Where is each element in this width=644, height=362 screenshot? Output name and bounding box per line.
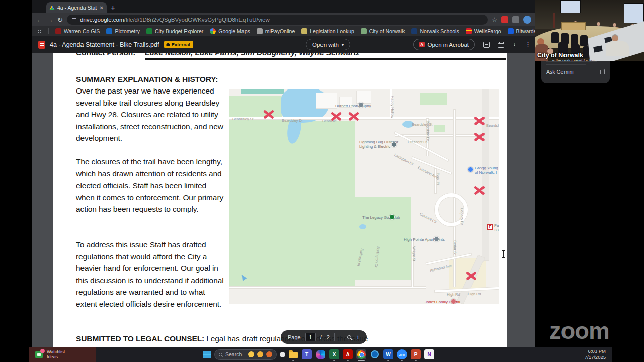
new-tab-button[interactable]: + xyxy=(111,3,115,12)
profile-avatar[interactable] xyxy=(523,16,531,24)
back-icon[interactable]: ← xyxy=(36,16,43,24)
taskbar-clock[interactable]: 6:03 PM 7/17/2025 xyxy=(573,348,606,360)
favicon xyxy=(257,28,263,34)
chevron-down-icon: ▾ xyxy=(342,42,344,47)
pinned-app-icon[interactable] xyxy=(280,352,285,357)
favicon xyxy=(106,28,112,34)
bookmark-city-of-norwalk[interactable]: City of Norwalk xyxy=(361,28,405,34)
time: 6:03 PM xyxy=(573,348,606,354)
divider xyxy=(145,58,506,60)
contact-label: Contact Person: xyxy=(76,53,135,57)
zoom-in-button[interactable]: + xyxy=(356,333,360,341)
watchlist-overlay[interactable]: Watchlist Ideas xyxy=(29,347,96,362)
acrobat-icon[interactable]: A xyxy=(343,349,353,359)
page-total: 2 xyxy=(327,334,330,340)
file-explorer-icon[interactable] xyxy=(288,349,298,359)
pdf-viewer[interactable]: Contact Person: Luke Nelson, Luke Parris… xyxy=(32,53,535,347)
bookmark-legislation-lookup[interactable]: Legislation Lookup xyxy=(301,28,354,34)
outlook-icon[interactable] xyxy=(370,349,380,359)
favicon xyxy=(210,28,216,34)
address-bar[interactable]: drive.google.com/file/d/1D8n2vQSgBVyodGW… xyxy=(67,15,488,25)
bookmark-wellsfargo[interactable]: WellsFargo xyxy=(466,28,501,34)
bike-trail-map: Beardsley St Beardsley Dr Beardsle Beard… xyxy=(229,89,499,304)
street-label: Lexington Dr xyxy=(392,150,416,170)
zoom-tool-icon[interactable] xyxy=(347,335,351,339)
projection-screen xyxy=(560,0,581,13)
ask-gemini-row[interactable]: Ask Gemini xyxy=(546,69,605,75)
apps-grid-icon[interactable] xyxy=(37,29,42,34)
date: 7/17/2025 xyxy=(573,354,606,360)
tab-title: 4a - Agenda Statement - Bike | xyxy=(57,5,97,11)
map-park xyxy=(229,121,355,288)
bookmark-star-icon[interactable]: ☆ xyxy=(492,16,497,23)
teams-icon[interactable]: T xyxy=(302,349,312,359)
pdf-file-icon xyxy=(38,41,45,49)
pdf-page: Contact Person: Luke Nelson, Luke Parris… xyxy=(53,53,507,347)
trail-closure-marker xyxy=(465,269,477,282)
windows-taskbar: Search T X A W zm P N 6:03 PM 7/17/2025 xyxy=(32,347,612,362)
copilot-icon[interactable] xyxy=(315,349,326,359)
acrobat-extension-icon[interactable] xyxy=(501,16,508,23)
poi-icon-car-dealer xyxy=(468,167,473,172)
url-path: /file/d/1D8n2vQSgBVyodGWKvsGyPgQfD8hEqTu… xyxy=(124,17,269,23)
add-comment-icon[interactable] xyxy=(483,42,490,48)
bookmark-mipayonline[interactable]: miPayOnline xyxy=(257,28,295,34)
forward-icon[interactable]: → xyxy=(47,16,53,24)
excel-icon[interactable]: X xyxy=(329,349,339,359)
zoom-watermark: zoom xyxy=(549,319,609,342)
zoom-app-icon[interactable]: zm xyxy=(397,349,407,359)
video-caption-secondary: e the main panel for the xyxy=(552,58,595,61)
browser-window: 4a - Agenda Statement - Bike | ✕ + ← → ↻… xyxy=(32,0,535,347)
download-icon[interactable]: ↓ xyxy=(512,42,517,48)
url-host: drive.google.com xyxy=(80,17,124,23)
poi-icon-apartments xyxy=(434,236,439,242)
bookmark-city-budget-explorer[interactable]: City Budget Explorer xyxy=(146,28,203,34)
chair xyxy=(571,34,578,45)
paragraph-3: To address this issue Staff has drafted … xyxy=(76,239,224,310)
chrome-icon[interactable] xyxy=(356,349,366,359)
person xyxy=(606,41,629,56)
page-label: Page xyxy=(288,334,301,340)
bookmark-google-maps[interactable]: Google Maps xyxy=(210,28,250,34)
bookmark-warren-co-gis[interactable]: Warren Co GIS xyxy=(55,28,100,34)
favicon xyxy=(466,28,472,34)
taskbar-center: Search T X A W zm P N xyxy=(203,347,434,362)
street-label: Park Pl xyxy=(432,173,444,185)
onenote-icon[interactable]: N xyxy=(424,349,434,359)
poi-icon-dental xyxy=(451,299,456,304)
tab-close-icon[interactable]: ✕ xyxy=(100,5,104,11)
start-button-icon[interactable] xyxy=(203,351,211,358)
watchlist-label: Watchlist xyxy=(47,349,65,355)
open-with-button[interactable]: Open with ▾ xyxy=(306,39,350,50)
print-icon[interactable] xyxy=(498,43,504,48)
word-icon[interactable]: W xyxy=(383,349,393,359)
powerpoint-icon[interactable]: P xyxy=(411,349,421,359)
more-options-icon[interactable]: ⋮ xyxy=(525,41,531,48)
favicon xyxy=(508,28,514,34)
suggestion-placeholder xyxy=(546,64,586,65)
taskbar-search[interactable]: Search xyxy=(214,349,277,360)
poi-icon-photography xyxy=(358,102,364,108)
site-info-icon[interactable] xyxy=(72,18,76,22)
watchlist-text: Watchlist Ideas xyxy=(47,349,65,360)
bookmark-pictometry[interactable]: Pictometry xyxy=(106,28,140,34)
street-label: Berkshire Dr xyxy=(422,121,434,141)
map-water xyxy=(242,89,284,94)
page-number-input[interactable]: 1 xyxy=(305,333,316,341)
reload-icon[interactable]: ↻ xyxy=(57,16,63,24)
tab-agenda-pdf[interactable]: 4a - Agenda Statement - Bike | ✕ xyxy=(46,2,107,13)
map-park xyxy=(420,93,447,105)
ideas-label: Ideas xyxy=(47,354,65,360)
trail-closure-marker xyxy=(473,115,486,127)
pdf-filename: 4a - Agenda Statement - Bike Trails.pdf xyxy=(50,41,159,48)
extension-icon[interactable] xyxy=(512,16,519,23)
bookmark-norwalk-schools[interactable]: Norwalk Schools xyxy=(411,28,459,34)
trail-closure-marker xyxy=(348,110,360,122)
zoom-out-button[interactable]: − xyxy=(339,333,343,341)
open-in-acrobat-button[interactable]: A Open in Acrobat xyxy=(413,39,475,50)
video-caption: City of Norwalk xyxy=(537,52,583,59)
search-placeholder: Search xyxy=(225,351,245,357)
open-in-new-icon[interactable] xyxy=(600,70,605,74)
street-label: Cedar St xyxy=(449,240,461,255)
bookmark-bitwarden[interactable]: Bitwarden xyxy=(508,28,535,34)
